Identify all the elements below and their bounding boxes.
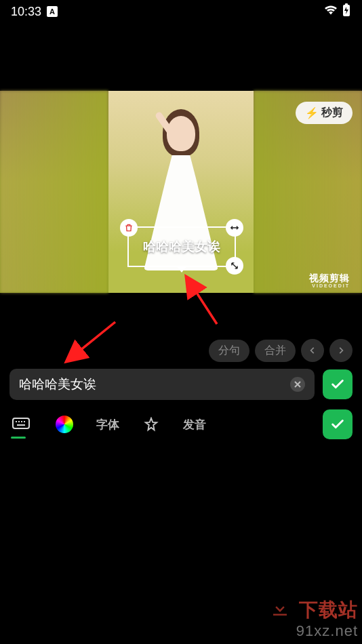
svg-rect-4 xyxy=(18,421,20,422)
rotate-scale-handle[interactable] xyxy=(226,257,243,275)
wifi-icon xyxy=(324,5,338,19)
app-watermark: 视频剪辑 VIDEOEDIT xyxy=(309,273,350,289)
preview-blur-left xyxy=(0,91,108,293)
status-badge-a: A xyxy=(47,6,58,17)
merge-sentence-button[interactable]: 合并 xyxy=(255,340,296,362)
quickcut-button[interactable]: ⚡ 秒剪 xyxy=(296,102,353,124)
svg-rect-1 xyxy=(345,3,348,5)
color-wheel-icon xyxy=(56,416,73,433)
color-tab[interactable] xyxy=(53,413,76,436)
site-watermark: 下载站 91xz.net xyxy=(270,597,358,640)
clear-input-button[interactable] xyxy=(290,377,305,392)
site-watermark-line1: 下载站 xyxy=(299,599,358,620)
confirm-tools-button[interactable] xyxy=(323,409,353,439)
text-tools-row: 字体 发音 xyxy=(9,409,353,439)
sentence-tools-row: 分句 合并 xyxy=(0,336,362,365)
prev-button[interactable] xyxy=(301,339,324,362)
status-left: 10:33 A xyxy=(11,5,58,19)
resize-horizontal-handle[interactable] xyxy=(226,219,243,237)
split-sentence-button[interactable]: 分句 xyxy=(209,340,249,362)
voice-tab[interactable]: 发音 xyxy=(183,413,206,436)
next-button[interactable] xyxy=(329,339,353,362)
site-watermark-line2: 91xz.net xyxy=(270,622,358,640)
watermark-cn: 视频剪辑 xyxy=(309,273,350,283)
download-icon xyxy=(270,599,290,624)
caption-input-row xyxy=(9,369,353,400)
quickcut-label: 秒剪 xyxy=(321,106,343,120)
confirm-caption-button[interactable] xyxy=(323,369,353,399)
text-overlay-box[interactable]: 哈哈哈美女诶 xyxy=(127,226,236,267)
svg-rect-7 xyxy=(17,424,25,426)
svg-rect-2 xyxy=(13,418,29,428)
font-tab[interactable]: 字体 xyxy=(96,413,119,436)
svg-rect-3 xyxy=(16,421,17,422)
watermark-en: VIDEOEDIT xyxy=(309,283,350,289)
delete-handle[interactable] xyxy=(120,219,138,237)
svg-rect-6 xyxy=(24,421,25,422)
caption-input[interactable] xyxy=(19,377,290,392)
status-bar: 10:33 A xyxy=(0,0,362,23)
battery-icon xyxy=(342,3,351,20)
style-tab[interactable] xyxy=(140,413,163,436)
caption-input-wrap[interactable] xyxy=(9,369,315,400)
overlay-anchor-icon xyxy=(176,266,187,273)
bolt-icon: ⚡ xyxy=(305,106,319,119)
status-time: 10:33 xyxy=(11,5,41,19)
keyboard-tab[interactable] xyxy=(9,413,33,436)
active-tab-underline xyxy=(11,437,26,439)
status-right xyxy=(324,3,351,20)
svg-rect-5 xyxy=(21,421,22,422)
overlay-text: 哈哈哈美女诶 xyxy=(143,238,220,256)
